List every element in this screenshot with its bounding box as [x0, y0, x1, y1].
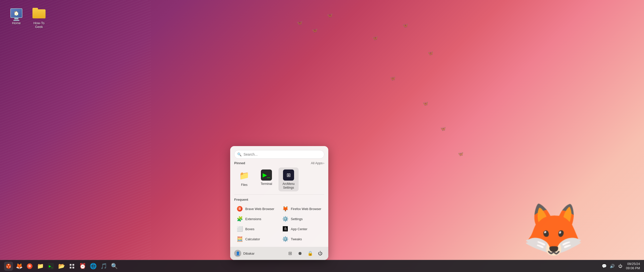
pinned-app-files-label: Files	[241, 183, 247, 187]
pinned-app-terminal[interactable]: ▶_ Terminal	[256, 167, 276, 191]
taskbar-grid[interactable]	[67, 262, 76, 271]
taskbar-date: 09/25/24	[626, 262, 640, 266]
desktop: 🦋 🦋 🦋 🦋 🦋 🦋 🦋 🦋 🦋 🦋 Home How-To Geek 🦊	[0, 0, 644, 272]
taskbar-ubuntu-button[interactable]	[4, 262, 13, 271]
taskbar-right: 💬 🔊 ⏻ 09/25/24 09:06 PM	[601, 262, 640, 270]
systray-volume[interactable]: 🔊	[609, 263, 615, 269]
frequent-app-extensions-label: Extensions	[245, 217, 261, 221]
frequent-app-brave-label: Brave Web Browser	[245, 207, 274, 211]
folder-icon	[32, 7, 46, 20]
butterfly-deco: 🦋	[297, 20, 302, 26]
app-menu: 🔍 Pinned All Apps › 📁 Files	[230, 146, 328, 260]
screenshot-button[interactable]: ⊞	[286, 249, 294, 257]
svg-point-2	[7, 266, 8, 267]
lock-button[interactable]: 🔒	[306, 249, 314, 257]
frequent-app-settings[interactable]: ⚙️ Settings	[280, 214, 324, 224]
pinned-app-files[interactable]: 📁 Files	[234, 167, 254, 191]
taskbar-search[interactable]: 🔍	[110, 262, 119, 271]
taskbar-spotify[interactable]: 🎵	[99, 262, 108, 271]
pinned-app-arcmenu-label: ArcMenu Settings	[280, 182, 297, 189]
svg-rect-5	[72, 264, 74, 266]
extensions-icon: 🧩	[237, 216, 243, 222]
files-icon: 📁	[238, 169, 250, 182]
pinned-app-arcmenu[interactable]: ⊞ ArcMenu Settings	[278, 167, 299, 191]
frequent-app-boxes[interactable]: ⬜ Boxes	[234, 224, 279, 234]
frequent-grid: B Brave Web Browser 🦊 Firefox Web Browse…	[234, 204, 324, 244]
terminal-icon: ▶_	[261, 169, 272, 181]
taskbar-datetime[interactable]: 09/25/24 09:06 PM	[626, 262, 640, 270]
taskbar-terminal[interactable]: ▶_	[46, 262, 55, 271]
butterfly-deco: 🦋	[403, 23, 408, 28]
taskbar-files[interactable]: 📁	[36, 262, 45, 271]
chevron-right-icon: ›	[323, 161, 324, 165]
calculator-icon: 🧮	[237, 236, 243, 242]
power-button[interactable]: ⏻	[316, 249, 324, 257]
desktop-icon-htg-label: How-To Geek	[29, 21, 49, 29]
butterfly-deco: 🦋	[372, 35, 378, 41]
brave-icon: B	[237, 206, 243, 212]
pinned-section: Pinned All Apps › 📁 Files ▶_	[230, 161, 328, 194]
frequent-app-appcenter[interactable]: 🅰 App Center	[280, 224, 324, 234]
systray: 💬 🔊 ⏻	[601, 263, 623, 269]
menu-user[interactable]: 👤 Dibakar	[234, 250, 255, 257]
home-icon	[10, 7, 23, 20]
desktop-icon-how-to-geek[interactable]: How-To Geek	[28, 5, 50, 30]
firefox-icon: 🦊	[282, 206, 288, 212]
all-apps-link[interactable]: All Apps ›	[311, 161, 324, 165]
search-wrapper: 🔍	[234, 150, 324, 159]
boxes-icon: ⬜	[237, 226, 243, 232]
butterfly-deco: 🦋	[312, 28, 317, 33]
menu-footer: 👤 Dibakar ⊞ ⏺ 🔒 ⏻	[230, 247, 328, 260]
search-icon: 🔍	[237, 152, 242, 156]
user-avatar: 👤	[234, 250, 241, 257]
frequent-row-1: B Brave Web Browser 🦊 Firefox Web Browse…	[234, 204, 324, 214]
svg-point-3	[10, 266, 11, 267]
taskbar-brave[interactable]: B	[25, 262, 34, 271]
frequent-row-2: 🧩 Extensions ⚙️ Settings	[234, 214, 324, 224]
frequent-app-appcenter-label: App Center	[291, 227, 307, 231]
pinned-grid: 📁 Files ▶_ Terminal ⊞ ArcMenu Sett	[234, 167, 324, 191]
search-input[interactable]	[234, 150, 324, 159]
butterfly-deco: 🦋	[458, 151, 463, 157]
taskbar-firefox[interactable]: 🦊	[15, 262, 24, 271]
butterfly-deco: 🦋	[327, 13, 333, 18]
butterfly-deco: 🦋	[390, 76, 395, 81]
frequent-app-extensions[interactable]: 🧩 Extensions	[234, 214, 279, 224]
systray-power[interactable]: ⏻	[617, 263, 623, 269]
frequent-app-calculator[interactable]: 🧮 Calculator	[234, 234, 279, 244]
pinned-app-terminal-label: Terminal	[261, 182, 272, 186]
divider-1	[234, 194, 324, 195]
desktop-icon-home[interactable]: Home	[5, 5, 28, 26]
user-name: Dibakar	[243, 252, 255, 255]
frequent-app-settings-label: Settings	[291, 217, 303, 221]
taskbar: 🦊 B 📁 ▶_ 📂	[0, 260, 644, 272]
frequent-app-calculator-label: Calculator	[245, 237, 260, 241]
svg-rect-7	[72, 267, 74, 268]
appcenter-icon: 🅰	[282, 226, 288, 232]
desktop-icon-home-label: Home	[12, 21, 21, 25]
butterfly-deco: 🦋	[440, 126, 446, 131]
frequent-section: Frequent B Brave Web Browser 🦊	[230, 198, 328, 247]
pinned-header: Pinned All Apps ›	[234, 161, 324, 165]
taskbar-clock[interactable]: ⏰	[78, 262, 87, 271]
svg-rect-6	[70, 267, 71, 268]
frequent-app-firefox[interactable]: 🦊 Firefox Web Browser	[280, 204, 324, 214]
frequent-app-boxes-label: Boxes	[245, 227, 254, 231]
svg-rect-4	[70, 264, 71, 266]
tweaks-icon: ⚙️	[282, 236, 288, 242]
taskbar-left: 🦊 B 📁 ▶_ 📂	[4, 262, 119, 271]
screen-recorder-button[interactable]: ⏺	[296, 249, 304, 257]
footer-actions: ⊞ ⏺ 🔒 ⏻	[286, 249, 324, 257]
settings-icon: ⚙️	[282, 216, 288, 222]
frequent-app-brave[interactable]: B Brave Web Browser	[234, 204, 279, 214]
arcmenu-icon: ⊞	[283, 169, 294, 181]
taskbar-browser[interactable]: 🌐	[89, 262, 98, 271]
pinned-title: Pinned	[234, 161, 245, 165]
frequent-row-3: ⬜ Boxes 🅰 App Center	[234, 224, 324, 234]
frequent-app-tweaks[interactable]: ⚙️ Tweaks	[280, 234, 324, 244]
taskbar-time: 09:06 PM	[626, 266, 640, 270]
butterfly-deco: 🦋	[423, 101, 428, 106]
systray-chat[interactable]: 💬	[601, 263, 607, 269]
desktop-decoration: 🦊	[513, 159, 594, 259]
taskbar-files2[interactable]: 📂	[57, 262, 66, 271]
